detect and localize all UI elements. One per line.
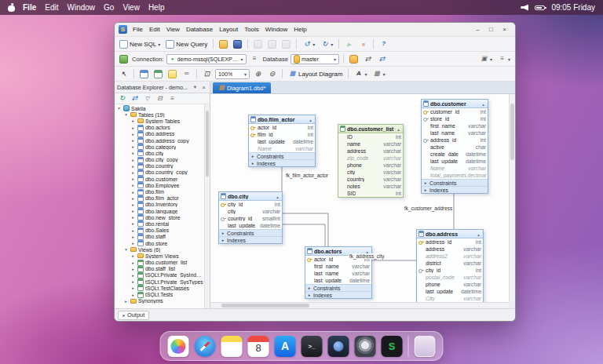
- table-field-row[interactable]: city_idint: [219, 201, 282, 208]
- new-sql-button[interactable]: New SQL: [118, 39, 162, 49]
- zoom-out-button[interactable]: ⊖: [266, 69, 278, 79]
- grid-button[interactable]: ▦: [371, 69, 387, 79]
- table-field-row[interactable]: Namevarchar: [249, 145, 315, 152]
- tree-expand-icon[interactable]: ▸: [130, 221, 136, 226]
- tree-item[interactable]: ▸dbo.Inventory: [115, 202, 203, 208]
- tree-item[interactable]: ▸dbo.store: [115, 240, 203, 246]
- new-database-button[interactable]: [348, 54, 360, 64]
- add-note-button[interactable]: [166, 69, 178, 79]
- paste-button[interactable]: [280, 39, 292, 49]
- vertical-scrollbar[interactable]: [509, 94, 515, 302]
- relation-label[interactable]: fk_film_actor_actor: [285, 173, 329, 178]
- tree-expand-icon[interactable]: ▸: [130, 164, 136, 169]
- apple-menu-icon[interactable]: [8, 4, 15, 12]
- section-expand-icon[interactable]: ▸: [250, 154, 255, 158]
- horizontal-scrollbar[interactable]: [210, 302, 509, 308]
- dock-icon-safari[interactable]: [195, 336, 216, 357]
- execute-button[interactable]: ▶: [343, 39, 355, 49]
- table-header[interactable]: dbo.address: [417, 230, 483, 238]
- table-field-row[interactable]: last_updatedatetime: [219, 222, 282, 229]
- new-query-button[interactable]: New Query: [164, 39, 209, 49]
- table-field-row[interactable]: addressvarchar: [417, 246, 483, 253]
- tree-expand-icon[interactable]: ▸: [130, 228, 136, 233]
- tree-item[interactable]: ▸dbo.country: [115, 163, 203, 169]
- tree-expand-icon[interactable]: ▸: [130, 279, 136, 284]
- font-button[interactable]: A: [353, 69, 368, 79]
- tree-expand-icon[interactable]: ▸: [130, 253, 136, 258]
- collapse-icon[interactable]: [308, 117, 313, 122]
- add-relationship-button[interactable]: ∞: [181, 69, 192, 79]
- undo-button[interactable]: ↺: [301, 39, 316, 49]
- table-field-row[interactable]: last_updatedatetime: [249, 138, 315, 145]
- tree-expand-icon[interactable]: ▸: [130, 170, 136, 175]
- dock-icon-launchpad[interactable]: [328, 336, 349, 357]
- tree-item[interactable]: ▸tSQLt.TestClasses: [115, 285, 203, 291]
- diagram-table-address[interactable]: dbo.addressaddress_idintaddressvarcharad…: [416, 229, 484, 302]
- tree-item[interactable]: ▸tSQLt.Private_SysTypes: [115, 278, 203, 285]
- tree-expand-icon[interactable]: ▸: [130, 202, 136, 207]
- tree-expand-icon[interactable]: ▸: [130, 241, 136, 246]
- dock-icon-notes[interactable]: [221, 336, 243, 357]
- table-field-row[interactable]: addressvarchar: [338, 147, 403, 155]
- zoom-in-button[interactable]: ⊕: [252, 69, 264, 79]
- tree-item[interactable]: ▸dbo.new_store: [115, 214, 203, 220]
- table-field-row[interactable]: last_updatedatetime: [305, 277, 371, 284]
- tree-item[interactable]: ▸dbo.Employee: [115, 182, 203, 188]
- section-expand-icon[interactable]: ▸: [250, 161, 255, 166]
- table-section-constraints[interactable]: ▸Constraints: [249, 152, 315, 159]
- tree-expand-icon[interactable]: ▸: [130, 132, 136, 136]
- tree-expand-icon[interactable]: ▾: [123, 247, 129, 252]
- tree-item[interactable]: ▸dbo.rental: [115, 220, 203, 227]
- stop-button[interactable]: ■: [357, 39, 369, 49]
- view-options-button[interactable]: ≡: [496, 54, 512, 64]
- window-menu-layout[interactable]: Layout: [219, 26, 238, 33]
- tree-item[interactable]: ▸Synonyms: [115, 298, 203, 304]
- table-field-row[interactable]: Cityvarchar: [417, 295, 483, 302]
- dock-icon-green-s[interactable]: [382, 336, 403, 357]
- diagram-canvas[interactable]: dbo.film_actoractor_idintfilm_idintlast_…: [210, 94, 509, 302]
- tree-expand-icon[interactable]: ▸: [130, 190, 136, 195]
- connection-button[interactable]: [118, 54, 130, 64]
- section-expand-icon[interactable]: ▸: [221, 231, 225, 235]
- tree-expand-icon[interactable]: ▸: [130, 177, 136, 181]
- redo-button[interactable]: ↻: [319, 39, 334, 49]
- diagram-table-city[interactable]: dbo.citycity_idintcityvarcharcountry_ids…: [218, 191, 283, 244]
- table-field-row[interactable]: postal_codevarchar: [417, 274, 483, 281]
- table-field-row[interactable]: city_idint: [417, 267, 483, 274]
- section-expand-icon[interactable]: ▸: [307, 286, 312, 290]
- table-field-row[interactable]: actor_idint: [249, 124, 315, 131]
- table-section-constraints[interactable]: ▸Constraints: [305, 284, 371, 291]
- table-section-indexes[interactable]: ▸Indexes: [422, 186, 488, 193]
- tree-expand-icon[interactable]: ▸: [130, 183, 136, 187]
- table-field-row[interactable]: cityvarchar: [219, 208, 282, 215]
- tree-item[interactable]: ▸dbo.country_copy: [115, 169, 203, 176]
- tree-item[interactable]: ▾Views (6): [115, 246, 203, 253]
- menubar-item-help[interactable]: Help: [148, 3, 165, 12]
- tree-item[interactable]: ▸System Views: [115, 253, 203, 259]
- menubar-clock[interactable]: 09:05 Friday: [551, 3, 595, 12]
- cut-button[interactable]: [252, 39, 264, 49]
- sync-button[interactable]: ⇄: [376, 54, 388, 64]
- tree-expand-icon[interactable]: ▸: [130, 293, 136, 297]
- table-header[interactable]: dbo.customer_list: [338, 125, 403, 133]
- diagram-table-customer[interactable]: dbo.customercustomer_idintstore_idintfir…: [421, 99, 488, 194]
- diagram-table-customer_list[interactable]: dbo.customer_listIDintnamevarcharaddress…: [338, 124, 404, 198]
- add-view-button[interactable]: [152, 69, 164, 79]
- tree-item[interactable]: ▸dbo.film: [115, 188, 203, 195]
- table-field-row[interactable]: last_updatedatetime: [417, 288, 483, 295]
- tree-item[interactable]: ▸dbo.customer_list: [115, 260, 203, 266]
- table-field-row[interactable]: create_datedatetime: [422, 151, 488, 158]
- combo-master[interactable]: master: [291, 54, 339, 64]
- tree-expand-icon[interactable]: ▸: [130, 126, 136, 130]
- window-menu-help[interactable]: Help: [294, 26, 306, 33]
- window-menu-window[interactable]: Window: [265, 26, 287, 33]
- table-section-indexes[interactable]: ▸Indexes: [249, 159, 315, 166]
- tree-expand-icon[interactable]: ▸: [130, 260, 136, 265]
- close-panel-icon[interactable]: [200, 84, 207, 91]
- section-expand-icon[interactable]: ▸: [423, 180, 428, 185]
- tree-expand-icon[interactable]: ▾: [116, 106, 122, 111]
- table-header[interactable]: dbo.customer: [422, 100, 488, 108]
- table-field-row[interactable]: IDint: [338, 133, 403, 140]
- table-field-row[interactable]: SIDint: [338, 190, 403, 197]
- tree-item[interactable]: ▸tSQLt.Private_SysIndex...: [115, 272, 203, 278]
